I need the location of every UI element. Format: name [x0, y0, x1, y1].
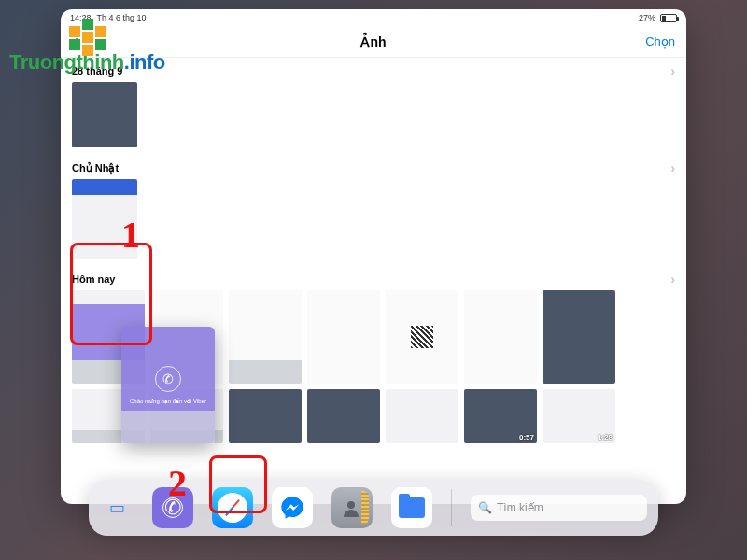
watermark-logo-icon: [69, 19, 121, 71]
search-icon: 🔍: [478, 501, 492, 514]
svg-point-0: [347, 501, 355, 509]
nav-title: Ảnh: [360, 35, 386, 49]
viber-icon: ✆: [155, 366, 181, 392]
dock-search[interactable]: 🔍 Tìm kiếm: [471, 495, 647, 521]
section-header-2[interactable]: Chủ Nhật ›: [61, 155, 686, 179]
section-title: Chủ Nhật: [72, 162, 119, 175]
section-title: Hôm nay: [72, 273, 115, 285]
video-thumb[interactable]: 1:28: [543, 389, 615, 443]
chevron-right-icon: ›: [670, 161, 675, 175]
folder-icon: [399, 497, 425, 518]
battery-percent: 27%: [639, 13, 655, 22]
photo-thumb[interactable]: [386, 290, 458, 384]
contacts-app-icon[interactable]: [331, 487, 373, 528]
safari-app-icon[interactable]: [212, 487, 253, 528]
photo-thumb[interactable]: [307, 290, 380, 384]
messenger-app-icon[interactable]: [272, 487, 313, 528]
annotation-label-2: 2: [168, 461, 187, 505]
chevron-right-icon: ›: [670, 63, 675, 78]
video-duration: 0:57: [519, 433, 534, 441]
recent-app-icon[interactable]: ▭: [100, 491, 134, 525]
video-thumb[interactable]: 0:57: [464, 389, 537, 443]
photo-thumb[interactable]: [386, 389, 458, 443]
video-duration: 1:28: [598, 433, 613, 441]
annotation-label-1: 1: [121, 213, 140, 257]
chevron-right-icon: ›: [670, 272, 675, 287]
search-placeholder: Tìm kiếm: [497, 501, 543, 514]
person-icon: [341, 497, 363, 519]
dragged-caption: Chào mừng bạn đến với Viber: [130, 398, 206, 404]
status-bar: 14:28 Th 4 6 thg 10 27%: [61, 9, 686, 26]
dock-divider: [451, 489, 452, 526]
photo-thumb[interactable]: [307, 389, 380, 443]
battery-icon: [660, 14, 677, 22]
dragged-photo[interactable]: ✆ Chào mừng bạn đến với Viber: [121, 327, 215, 443]
photo-thumb[interactable]: [464, 290, 537, 384]
select-button[interactable]: Chọn: [645, 35, 675, 49]
files-app-icon[interactable]: [391, 487, 432, 528]
photo-thumb[interactable]: [543, 290, 615, 384]
photo-thumb[interactable]: [72, 82, 137, 147]
watermark-text-2: .info: [124, 50, 165, 74]
section-header-3[interactable]: Hôm nay ›: [61, 266, 686, 290]
photo-thumb[interactable]: [229, 389, 302, 443]
watermark: Truongthinh.info: [9, 50, 165, 75]
messenger-icon: [279, 495, 305, 521]
photo-thumb[interactable]: [229, 290, 302, 384]
